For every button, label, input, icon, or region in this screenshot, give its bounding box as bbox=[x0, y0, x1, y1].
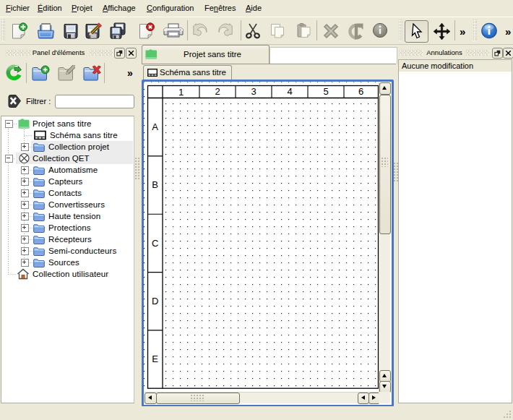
svg-text:1: 1 bbox=[178, 87, 184, 98]
svg-text:2: 2 bbox=[215, 86, 220, 97]
svg-text:5: 5 bbox=[323, 86, 328, 97]
svg-text:E: E bbox=[152, 353, 158, 364]
svg-text:6: 6 bbox=[358, 86, 363, 97]
svg-text:3: 3 bbox=[251, 86, 256, 97]
svg-text:D: D bbox=[152, 296, 158, 307]
svg-text:A: A bbox=[152, 121, 158, 132]
svg-text:B: B bbox=[152, 179, 158, 190]
svg-text:4: 4 bbox=[287, 86, 292, 97]
svg-text:C: C bbox=[152, 238, 158, 249]
